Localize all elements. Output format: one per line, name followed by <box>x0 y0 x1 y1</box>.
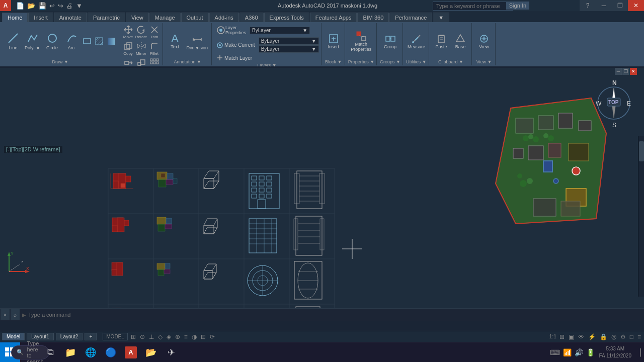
snap-icon[interactable]: ⊙ <box>139 333 146 340</box>
match-layer-button[interactable]: Match Layer <box>215 54 254 62</box>
search-taskbar-button[interactable]: 🔍 Type here to search <box>20 342 40 363</box>
qat-redo[interactable]: ↪ <box>57 2 64 10</box>
annotation-visibility-icon[interactable]: 👁 <box>577 333 585 340</box>
layer-select-dropdown[interactable]: ByLayer▼ <box>250 27 310 34</box>
help-button[interactable]: ? <box>580 0 596 11</box>
sign-in-button[interactable]: Sign In <box>506 2 529 10</box>
qat-open[interactable]: 📂 <box>26 2 36 10</box>
tab-more[interactable]: ▼ <box>433 13 449 22</box>
layer-properties-button[interactable]: LayerProperties <box>215 24 248 36</box>
tab-addins[interactable]: Add-ins <box>209 13 239 22</box>
tab-manage[interactable]: Manage <box>149 13 181 22</box>
cmd-search-btn[interactable]: ⌕ <box>11 309 20 320</box>
base-button[interactable]: Base <box>451 32 469 50</box>
ortho-icon[interactable]: ⊥ <box>148 333 155 340</box>
fillet-button[interactable]: Fillet <box>148 41 160 56</box>
ribbon-search[interactable] <box>433 2 513 11</box>
tray-battery[interactable]: 🔋 <box>585 347 596 357</box>
qat-new[interactable]: 📄 <box>15 2 25 10</box>
scrollbar-thumb[interactable] <box>639 141 644 161</box>
taskbar-folder-icon[interactable]: 📂 <box>141 342 161 363</box>
tab-insert[interactable]: Insert <box>28 13 53 22</box>
circle-button[interactable]: Circle <box>43 32 61 51</box>
viewport-restore[interactable]: ❐ <box>622 68 629 75</box>
qat-save[interactable]: 💾 <box>37 2 47 10</box>
scale-display[interactable]: 1:1 <box>549 334 556 339</box>
layout2-tab[interactable]: Layout2 <box>56 333 83 340</box>
qat-dropdown[interactable]: ▼ <box>75 2 84 10</box>
layout1-tab[interactable]: Layout1 <box>27 333 54 340</box>
taskbar-edge-icon[interactable]: 🔵 <box>101 342 121 363</box>
auto-scale-icon[interactable]: ⚡ <box>587 333 597 340</box>
model-tab[interactable]: Model <box>2 333 25 340</box>
tray-speaker[interactable]: 🔊 <box>574 347 584 357</box>
insert-button[interactable]: Insert <box>325 32 343 50</box>
qat-print[interactable]: 🖨 <box>65 2 74 10</box>
workspace-icon[interactable]: ⊞ <box>558 333 566 340</box>
system-clock[interactable]: 5:33 AM FA 11/12/2020 <box>597 345 633 359</box>
gradient-button[interactable] <box>106 36 117 47</box>
scrollbar-right[interactable] <box>638 136 644 297</box>
grid-icon[interactable]: ⊞ <box>130 333 137 340</box>
group-button[interactable]: Group <box>381 32 399 50</box>
paste-button[interactable]: Paste <box>432 32 450 50</box>
view-button[interactable]: View <box>475 32 493 50</box>
otrack-icon[interactable]: ⊕ <box>174 333 181 340</box>
taskbar-telegram-icon[interactable]: ✈ <box>161 342 181 363</box>
hatch-button[interactable] <box>94 36 105 47</box>
qat-undo[interactable]: ↩ <box>48 2 56 10</box>
linetype-dropdown[interactable]: ByLayer▼ <box>259 45 319 53</box>
line-button[interactable]: Line <box>4 32 22 51</box>
tab-annotate[interactable]: Annotate <box>54 13 87 22</box>
lock-viewport-icon[interactable]: 🔒 <box>599 333 608 340</box>
new-layout-btn[interactable]: + <box>85 333 97 340</box>
taskbar-autocad-icon[interactable]: A <box>121 342 141 363</box>
tab-view[interactable]: View <box>126 13 149 22</box>
polar-icon[interactable]: ◇ <box>157 333 164 340</box>
customize-icon[interactable]: ≡ <box>636 333 642 340</box>
match-properties-button[interactable]: MatchProperties <box>349 30 373 53</box>
tab-parametric[interactable]: Parametric <box>88 13 125 22</box>
text-button[interactable]: A Text <box>166 32 184 50</box>
annotation-scale-icon[interactable]: ▣ <box>568 333 575 340</box>
transparency-icon[interactable]: ◑ <box>191 333 198 340</box>
color-dropdown[interactable]: ByLayer▼ <box>259 37 319 45</box>
tab-featured[interactable]: Featured Apps <box>310 13 357 22</box>
mirror-button[interactable]: Mirror <box>135 41 147 56</box>
lineweight-icon[interactable]: ≡ <box>183 333 189 340</box>
tab-a360[interactable]: A360 <box>239 13 264 22</box>
tab-bim360[interactable]: BIM 360 <box>357 13 389 22</box>
make-current-button[interactable]: Make Current <box>215 41 257 49</box>
restore-button[interactable]: ❐ <box>612 0 628 11</box>
polyline-button[interactable]: Polyline <box>23 32 42 51</box>
file-explorer-icon[interactable]: 📁 <box>60 342 80 363</box>
viewport-minimize[interactable]: ─ <box>615 68 622 75</box>
hardware-acceleration-icon[interactable]: ⚙ <box>619 333 627 340</box>
copy-button[interactable]: Copy <box>122 41 134 56</box>
show-desktop[interactable]: ▕ <box>634 347 642 357</box>
tray-network[interactable]: 📶 <box>562 347 573 357</box>
tab-output[interactable]: Output <box>181 13 209 22</box>
trim-button[interactable]: Trim <box>148 24 160 40</box>
rectangle-button[interactable] <box>82 36 93 47</box>
tray-keyboard[interactable]: ⌨ <box>549 347 561 357</box>
tab-express[interactable]: Express Tools <box>264 13 309 22</box>
close-button[interactable]: ✕ <box>628 0 644 11</box>
measure-button[interactable]: Measure <box>406 32 427 50</box>
isolate-icon[interactable]: ◎ <box>610 333 617 340</box>
dimension-button[interactable]: Dimension <box>185 32 210 51</box>
command-input[interactable] <box>28 312 644 318</box>
viewport-close[interactable]: ✕ <box>630 68 637 75</box>
osnap-icon[interactable]: ◈ <box>166 333 172 340</box>
arc-button[interactable]: Arc <box>62 32 80 51</box>
rotate-button[interactable]: Rotate <box>135 24 147 40</box>
taskbar-chrome-icon[interactable]: 🌐 <box>80 342 101 363</box>
move-button[interactable]: Move <box>122 24 134 40</box>
clean-screen-icon[interactable]: □ <box>629 333 634 340</box>
tab-performance[interactable]: Performance <box>389 13 432 22</box>
cmd-close-btn[interactable]: × <box>1 309 10 320</box>
tab-home[interactable]: Home <box>2 13 28 22</box>
selection-icon[interactable]: ⟳ <box>209 333 216 340</box>
qp-icon[interactable]: ⊟ <box>200 333 207 340</box>
task-view-button[interactable]: ⧉ <box>40 342 60 363</box>
